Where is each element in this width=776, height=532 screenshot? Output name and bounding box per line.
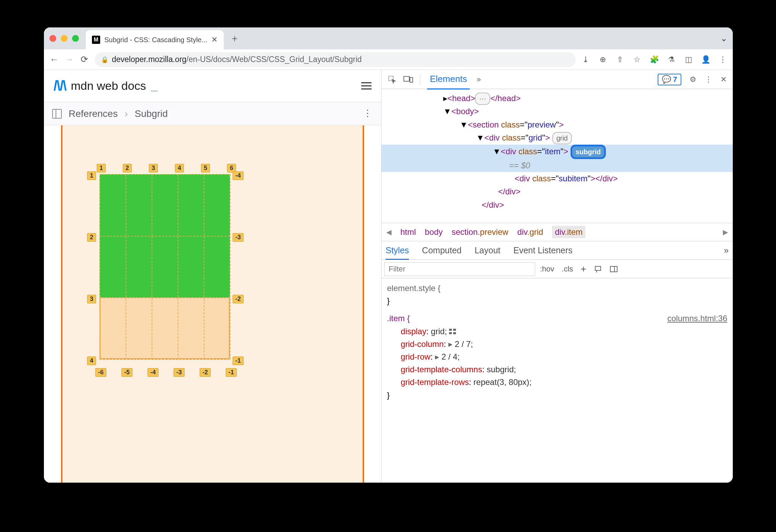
- devtools-close-icon[interactable]: ✕: [720, 75, 727, 84]
- styles-filter-input[interactable]: [384, 262, 535, 276]
- crumb-div-grid[interactable]: div.grid: [517, 227, 543, 237]
- crumb-body[interactable]: body: [425, 227, 443, 237]
- grid-label: 3: [149, 164, 158, 172]
- install-icon[interactable]: ⤓: [581, 55, 590, 64]
- sidebar-toggle-icon[interactable]: [52, 109, 62, 119]
- dom-breadcrumbs[interactable]: ◀ html body section.preview div.grid div…: [381, 223, 733, 241]
- new-tab-button[interactable]: ＋: [230, 32, 239, 45]
- crumb-div-item[interactable]: div.item: [552, 226, 585, 238]
- issues-count: 7: [673, 75, 677, 84]
- mdn-caret: _: [151, 79, 157, 93]
- toolbar-icons: ⤓ ⊕ ⇧ ☆ 🧩 ⚗ ◫ 👤 ⋮: [581, 55, 727, 64]
- breadcrumb-current: Subgrid: [135, 108, 168, 119]
- grid-label: -4: [233, 171, 244, 180]
- chevron-right-icon: ›: [125, 108, 128, 119]
- grid-label: 4: [175, 164, 184, 172]
- labs-icon[interactable]: ⚗: [667, 55, 676, 64]
- menu-icon[interactable]: ⋮: [718, 55, 727, 64]
- more-tabs-icon[interactable]: »: [724, 245, 729, 255]
- crumb-html[interactable]: html: [400, 227, 416, 237]
- split-view-icon[interactable]: [610, 265, 618, 273]
- forward-button[interactable]: →: [64, 55, 74, 64]
- grid-label: -3: [233, 233, 244, 242]
- browser-window: M Subgrid - CSS: Cascading Style... ✕ ＋ …: [44, 27, 733, 483]
- grid-label: -6: [95, 368, 106, 377]
- styles-tab-layout[interactable]: Layout: [474, 245, 500, 255]
- devtools-tab-elements[interactable]: Elements: [427, 70, 470, 89]
- grid-badge[interactable]: grid: [552, 132, 572, 144]
- share-icon[interactable]: ⇧: [615, 55, 624, 64]
- tab-list-button[interactable]: ⌄: [720, 34, 727, 43]
- styles-rules[interactable]: element.style { } .item { columns.html:3…: [381, 278, 733, 483]
- content-area: /\/\ mdn web docs _ References › Subgrid…: [44, 70, 733, 483]
- extensions-icon[interactable]: 🧩: [650, 55, 659, 64]
- breadcrumb: References › Subgrid ⋯: [44, 102, 381, 125]
- devtools-menu-icon[interactable]: ⋮: [705, 75, 712, 84]
- url-input[interactable]: 🔒 developer.mozilla.org/en-US/docs/Web/C…: [95, 52, 576, 67]
- grid-label: -4: [148, 368, 158, 377]
- paint-flash-icon[interactable]: [594, 265, 602, 273]
- grid-label: 5: [201, 164, 210, 172]
- grid-label: 2: [123, 164, 132, 172]
- svg-rect-3: [595, 266, 601, 270]
- more-menu-button[interactable]: ⋯: [362, 109, 374, 119]
- grid-preview: 1 2 3 4 5 6 1 2 3 4 -4 -3 -2 -1: [44, 125, 381, 483]
- hamburger-menu-button[interactable]: [361, 82, 372, 89]
- mdn-header: /\/\ mdn web docs _: [44, 70, 381, 102]
- tab-close-button[interactable]: ✕: [211, 35, 217, 44]
- grid-icon[interactable]: [449, 329, 457, 335]
- address-bar: ← → ⟳ 🔒 developer.mozilla.org/en-US/docs…: [44, 49, 733, 70]
- zoom-icon[interactable]: ⊕: [598, 55, 607, 64]
- dom-selected-line[interactable]: ▼<div class="item"> subgrid: [381, 145, 733, 159]
- svg-rect-2: [410, 77, 413, 82]
- hov-toggle[interactable]: :hov: [540, 265, 554, 274]
- reload-button[interactable]: ⟳: [80, 55, 89, 64]
- grid-label: -2: [200, 368, 211, 377]
- cls-toggle[interactable]: .cls: [562, 265, 573, 274]
- device-toggle-icon[interactable]: [403, 75, 413, 84]
- inspect-element-icon[interactable]: [388, 75, 397, 84]
- subgrid-badge[interactable]: subgrid: [571, 145, 606, 159]
- styles-tab-listeners[interactable]: Event Listeners: [514, 245, 573, 255]
- grid-label: 2: [87, 233, 96, 242]
- sidepanel-icon[interactable]: ◫: [684, 55, 693, 64]
- svg-rect-1: [404, 76, 409, 81]
- styles-tab-computed[interactable]: Computed: [422, 245, 461, 255]
- mdn-logo-text: mdn web docs: [71, 79, 146, 93]
- issues-badge[interactable]: 💬 7: [658, 74, 681, 85]
- grid-label: -1: [233, 356, 244, 365]
- dom-tree[interactable]: ▸<head>⋯</head> ▼<body> ▼<section class=…: [381, 89, 733, 223]
- traffic-lights: [49, 35, 79, 42]
- profile-icon[interactable]: 👤: [701, 55, 710, 64]
- grid-label: -5: [121, 368, 132, 377]
- back-button[interactable]: ←: [49, 55, 59, 64]
- crumb-right-arrow-icon[interactable]: ▶: [723, 228, 728, 236]
- close-window-button[interactable]: [49, 35, 56, 42]
- tab-title: Subgrid - CSS: Cascading Style...: [104, 36, 207, 44]
- grid-label: 1: [87, 171, 96, 180]
- crumb-section[interactable]: section.preview: [451, 227, 508, 237]
- minimize-window-button[interactable]: [61, 35, 68, 42]
- breadcrumb-link[interactable]: References: [69, 108, 118, 119]
- titlebar: M Subgrid - CSS: Cascading Style... ✕ ＋ …: [44, 27, 733, 49]
- bookmark-icon[interactable]: ☆: [633, 55, 642, 64]
- grid-label: 3: [87, 295, 96, 303]
- settings-gear-icon[interactable]: ⚙: [690, 75, 696, 84]
- styles-tab-styles[interactable]: Styles: [386, 245, 409, 260]
- grid-label: 4: [87, 356, 96, 365]
- more-tabs-icon[interactable]: »: [477, 75, 481, 84]
- lock-icon: 🔒: [101, 56, 108, 63]
- styles-tabs: Styles Computed Layout Event Listeners »: [381, 241, 733, 260]
- rule-source-link[interactable]: columns.html:36: [667, 312, 727, 325]
- favicon-icon: M: [92, 36, 100, 44]
- crumb-left-arrow-icon[interactable]: ◀: [386, 228, 391, 236]
- grid-label: -2: [233, 295, 244, 303]
- maximize-window-button[interactable]: [72, 35, 79, 42]
- grid-label: 1: [97, 164, 106, 172]
- grid-label: -3: [174, 368, 185, 377]
- mdn-logo[interactable]: /\/\ mdn web docs _: [54, 78, 157, 94]
- mdn-logo-mark: /\/\: [54, 78, 66, 94]
- browser-tab[interactable]: M Subgrid - CSS: Cascading Style... ✕: [86, 30, 224, 49]
- svg-rect-4: [610, 266, 617, 272]
- new-rule-button[interactable]: +: [581, 264, 586, 275]
